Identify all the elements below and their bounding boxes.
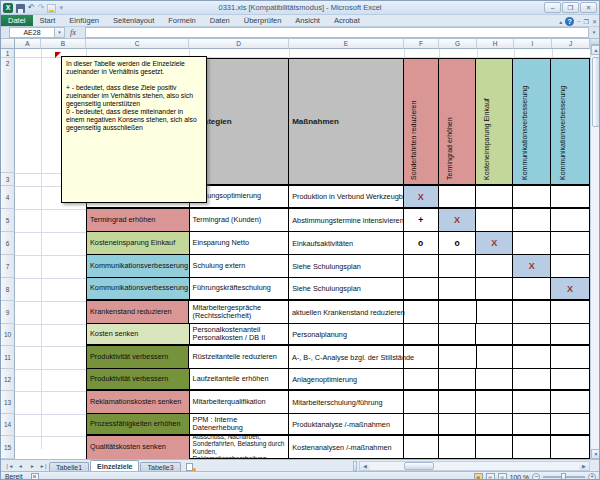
horizontal-scrollbar[interactable]: ◀ ▶ bbox=[359, 461, 590, 471]
matrix-cell[interactable] bbox=[477, 301, 514, 323]
workbook-restore-icon[interactable]: ❐ bbox=[584, 18, 589, 25]
cell-goal[interactable]: Krankenstand reduzieren bbox=[87, 301, 189, 323]
tab-daten[interactable]: Daten bbox=[203, 15, 237, 26]
matrix-cell[interactable]: X bbox=[551, 278, 589, 299]
page-layout-view-icon[interactable]: ▤ bbox=[486, 473, 495, 480]
matrix-cell[interactable] bbox=[513, 301, 551, 323]
matrix-cell[interactable] bbox=[476, 391, 513, 413]
zoom-out-icon[interactable]: − bbox=[532, 473, 540, 480]
minimize-ribbon-icon[interactable]: ▴ bbox=[559, 18, 562, 25]
cell-comment-box[interactable]: In dieser Tabelle werden die Einzelziele… bbox=[61, 56, 207, 203]
matrix-cell[interactable] bbox=[551, 301, 589, 323]
row-header-3[interactable]: 3 bbox=[1, 173, 15, 186]
tab-formeln[interactable]: Formeln bbox=[161, 15, 203, 26]
cell-massnahme[interactable]: Siehe Schulungsplan bbox=[289, 278, 404, 299]
matrix-cell[interactable] bbox=[476, 186, 513, 207]
cell-massnahme[interactable]: Abstimmungstermine intensivieren bbox=[289, 209, 404, 231]
matrix-cell[interactable] bbox=[404, 255, 439, 277]
tab-scrollbar-splitter[interactable] bbox=[353, 461, 357, 471]
matrix-cell[interactable] bbox=[513, 436, 551, 459]
matrix-cell[interactable]: o bbox=[439, 232, 477, 254]
cell-strategie[interactable]: Führungskräfteschulung bbox=[190, 278, 290, 299]
header-cell-massnahmen[interactable]: Maßnahmen bbox=[289, 59, 404, 184]
cell-strategie[interactable]: PPM : Interne Datenerhebung bbox=[190, 414, 290, 434]
matrix-header-kosteneinsparung[interactable]: Kosteneinsparung Einkauf bbox=[476, 59, 513, 184]
tab-acrobat[interactable]: Acrobat bbox=[327, 15, 367, 26]
row-header-4[interactable]: 4 bbox=[1, 186, 15, 209]
matrix-cell[interactable] bbox=[477, 346, 514, 368]
matrix-cell[interactable] bbox=[404, 324, 439, 344]
tab-ansicht[interactable]: Ansicht bbox=[288, 15, 327, 26]
matrix-cell[interactable] bbox=[476, 414, 513, 434]
formula-input[interactable] bbox=[85, 27, 589, 38]
cell-goal[interactable]: Reklamationskosten senken bbox=[87, 391, 190, 413]
matrix-cell[interactable] bbox=[551, 414, 589, 434]
matrix-cell[interactable] bbox=[513, 346, 551, 368]
scroll-up-icon[interactable]: ▲ bbox=[591, 45, 600, 55]
matrix-cell[interactable] bbox=[439, 278, 477, 299]
cell-goal[interactable]: Kommunikationsverbesserung bbox=[87, 278, 190, 299]
cell-strategie[interactable]: Ausschuss, Nacharbeit, Sonderfahrten, Be… bbox=[190, 436, 290, 459]
cell-goal[interactable]: Prozessfähigkeiten erhöhen bbox=[87, 414, 190, 434]
column-header-h[interactable]: H bbox=[477, 39, 514, 49]
cell-massnahme[interactable]: Personalplanung bbox=[289, 324, 404, 344]
matrix-cell[interactable] bbox=[476, 255, 513, 277]
matrix-cell[interactable] bbox=[513, 414, 551, 434]
row-header-14[interactable]: 14 bbox=[1, 414, 15, 436]
close-button[interactable]: ✕ bbox=[580, 2, 597, 13]
row-header-10[interactable]: 10 bbox=[1, 324, 15, 346]
row-header-11[interactable]: 11 bbox=[1, 346, 15, 369]
matrix-cell[interactable] bbox=[513, 324, 551, 344]
matrix-cell[interactable] bbox=[551, 232, 589, 254]
matrix-cell[interactable]: X bbox=[404, 186, 439, 207]
workbook-close-icon[interactable]: ✕ bbox=[592, 18, 597, 25]
save-icon[interactable] bbox=[16, 4, 25, 13]
tab-datei[interactable]: Datei bbox=[1, 15, 33, 26]
undo-icon[interactable]: ↶ bbox=[28, 3, 35, 13]
first-sheet-icon[interactable]: ❘◂ bbox=[3, 461, 14, 471]
matrix-cell[interactable] bbox=[551, 255, 589, 277]
name-box-dropdown-icon[interactable]: ▼ bbox=[55, 27, 65, 38]
qat-dropdown-icon[interactable]: ▾ bbox=[59, 3, 63, 13]
matrix-cell[interactable] bbox=[439, 414, 477, 434]
matrix-cell[interactable] bbox=[551, 346, 589, 368]
cell-massnahme[interactable]: Siehe Schulungsplan bbox=[289, 255, 404, 277]
matrix-header-kommunikation-1[interactable]: Kommunikationsverbesserung bbox=[513, 59, 551, 184]
matrix-cell[interactable]: X bbox=[513, 255, 551, 277]
column-header-f[interactable]: F bbox=[404, 39, 439, 49]
column-header-b[interactable]: B bbox=[41, 39, 86, 49]
matrix-cell[interactable] bbox=[439, 301, 477, 323]
matrix-cell[interactable] bbox=[476, 278, 513, 299]
cell-strategie[interactable]: Mitarbeiterqualifikation bbox=[190, 391, 290, 413]
scroll-left-icon[interactable]: ◀ bbox=[360, 462, 370, 470]
cell-strategie[interactable]: Rüstzeitanteile reduzieren bbox=[189, 346, 289, 368]
cell-goal[interactable]: Qualitätskosten senken bbox=[87, 436, 190, 459]
matrix-cell[interactable] bbox=[404, 301, 439, 323]
matrix-cell[interactable] bbox=[513, 232, 551, 254]
cell-massnahme[interactable]: aktuellen Krankenstand reduzieren bbox=[289, 301, 404, 323]
matrix-cell[interactable] bbox=[476, 369, 513, 389]
row-header-12[interactable]: 12 bbox=[1, 369, 15, 391]
matrix-cell[interactable] bbox=[513, 369, 551, 389]
column-header-a[interactable]: A bbox=[15, 39, 41, 49]
cell-massnahme[interactable]: Produktanalyse /-maßnahmen bbox=[289, 414, 404, 434]
tab-ueberpruefen[interactable]: Überprüfen bbox=[237, 15, 289, 26]
matrix-header-termingrad[interactable]: Termingrad erhöhen bbox=[439, 59, 477, 184]
matrix-cell[interactable] bbox=[439, 369, 477, 389]
matrix-cell[interactable]: X bbox=[439, 209, 477, 231]
cell-massnahme[interactable]: Mitarbeiterschulung/führung bbox=[289, 391, 404, 413]
cell-massnahme[interactable]: A-, B-, C-Analyse bzgl. der Stillstände bbox=[289, 346, 404, 368]
matrix-cell[interactable] bbox=[439, 186, 477, 207]
fill-color-icon[interactable] bbox=[47, 4, 56, 13]
matrix-cell[interactable] bbox=[551, 369, 589, 389]
row-header-5[interactable]: 5 bbox=[1, 209, 15, 232]
zoom-slider-thumb[interactable] bbox=[561, 473, 566, 480]
matrix-cell[interactable] bbox=[551, 391, 589, 413]
column-header-g[interactable]: G bbox=[439, 39, 477, 49]
matrix-cell[interactable]: + bbox=[404, 209, 439, 231]
matrix-cell[interactable] bbox=[476, 436, 513, 459]
cell-massnahme[interactable]: Anlagenoptimierung bbox=[289, 369, 404, 389]
horizontal-scroll-thumb[interactable] bbox=[404, 462, 434, 470]
matrix-header-sonderfahrten[interactable]: Sonderfahrten reduzieren bbox=[404, 59, 439, 184]
cell-massnahme[interactable]: Produktion in Verbund Werkzeugbau bbox=[289, 186, 404, 207]
